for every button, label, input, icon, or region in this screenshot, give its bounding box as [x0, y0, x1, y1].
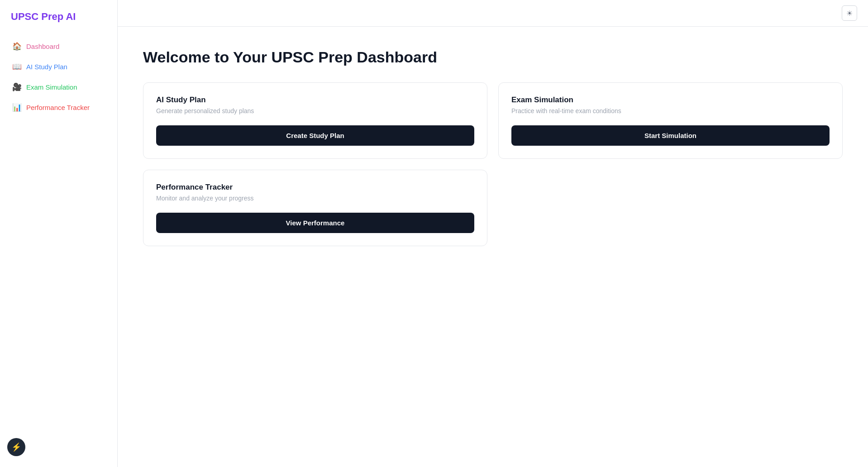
lightning-icon: ⚡ — [11, 442, 21, 452]
exam-simulation-card-desc: Practice with real-time exam conditions — [511, 107, 830, 114]
exam-simulation-card: Exam Simulation Practice with real-time … — [498, 82, 843, 159]
topbar: ☀ — [118, 0, 868, 27]
sidebar-nav: 🏠 Dashboard 📖 AI Study Plan 🎥 Exam Simul… — [7, 37, 110, 119]
ai-study-plan-card-desc: Generate personalized study plans — [156, 107, 474, 114]
performance-tracker-card-title: Performance Tracker — [156, 183, 474, 192]
dashboard-content: Welcome to Your UPSC Prep Dashboard AI S… — [118, 27, 868, 268]
top-cards-grid: AI Study Plan Generate personalized stud… — [143, 82, 843, 159]
ai-study-plan-card-title: AI Study Plan — [156, 95, 474, 105]
sidebar-item-dashboard[interactable]: 🏠 Dashboard — [7, 37, 110, 56]
view-performance-button[interactable]: View Performance — [156, 213, 474, 233]
sidebar-item-study-plan[interactable]: 📖 AI Study Plan — [7, 57, 110, 76]
performance-tracker-card: Performance Tracker Monitor and analyze … — [143, 170, 487, 246]
create-study-plan-button[interactable]: Create Study Plan — [156, 125, 474, 146]
empty-card-placeholder — [498, 170, 843, 246]
home-icon: 🏠 — [12, 42, 22, 51]
app-logo: UPSC Prep AI — [7, 11, 110, 23]
exam-simulation-card-title: Exam Simulation — [511, 95, 830, 105]
sidebar-item-label-performance: Performance Tracker — [26, 104, 90, 111]
sidebar-item-label-dashboard: Dashboard — [26, 43, 59, 50]
main-content: ☀ Welcome to Your UPSC Prep Dashboard AI… — [118, 0, 868, 467]
bottom-cards-grid: Performance Tracker Monitor and analyze … — [143, 170, 843, 246]
performance-tracker-card-desc: Monitor and analyze your progress — [156, 195, 474, 202]
sidebar-item-label-study: AI Study Plan — [26, 63, 67, 71]
sidebar-item-exam-simulation[interactable]: 🎥 Exam Simulation — [7, 78, 110, 96]
video-icon: 🎥 — [12, 82, 22, 92]
sidebar-item-performance-tracker[interactable]: 📊 Performance Tracker — [7, 98, 110, 117]
page-title: Welcome to Your UPSC Prep Dashboard — [143, 48, 843, 66]
start-simulation-button[interactable]: Start Simulation — [511, 125, 830, 146]
theme-toggle-button[interactable]: ☀ — [842, 5, 857, 21]
chart-icon: 📊 — [12, 103, 22, 112]
sun-icon: ☀ — [846, 9, 853, 18]
ai-study-plan-card: AI Study Plan Generate personalized stud… — [143, 82, 487, 159]
sidebar-bottom: ⚡ — [7, 438, 25, 456]
sidebar: UPSC Prep AI 🏠 Dashboard 📖 AI Study Plan… — [0, 0, 118, 467]
sidebar-item-label-exam: Exam Simulation — [26, 83, 77, 91]
bottom-action-button[interactable]: ⚡ — [7, 438, 25, 456]
book-icon: 📖 — [12, 62, 22, 71]
